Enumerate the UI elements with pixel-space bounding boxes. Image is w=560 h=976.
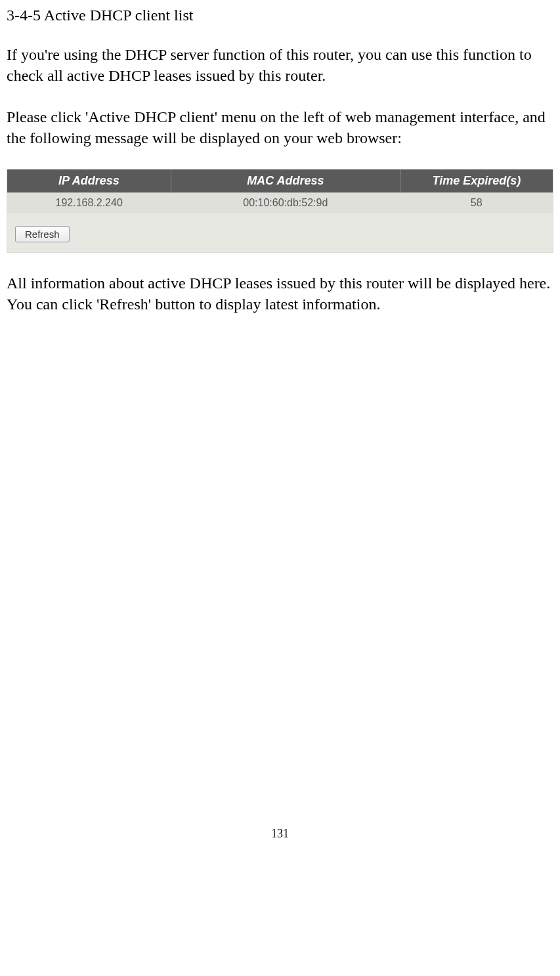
paragraph-instruction: Please click 'Active DHCP client' menu o… (7, 106, 553, 149)
column-header-mac: MAC Address (171, 169, 400, 193)
dhcp-table-screenshot: IP Address MAC Address Time Expired(s) 1… (7, 169, 553, 253)
cell-time: 58 (400, 192, 553, 213)
column-header-ip: IP Address (7, 169, 171, 193)
column-header-time: Time Expired(s) (400, 169, 553, 193)
refresh-button[interactable]: Refresh (15, 226, 70, 242)
paragraph-intro: If you're using the DHCP server function… (7, 44, 553, 87)
table-row: 192.168.2.240 00:10:60:db:52:9d 58 (7, 192, 553, 213)
page-number: 131 (7, 827, 553, 841)
section-heading: 3-4-5 Active DHCP client list (7, 7, 553, 24)
paragraph-explanation: All information about active DHCP leases… (7, 273, 553, 315)
dhcp-client-table: IP Address MAC Address Time Expired(s) 1… (7, 169, 553, 213)
cell-mac: 00:10:60:db:52:9d (171, 192, 400, 213)
cell-ip: 192.168.2.240 (7, 192, 171, 213)
